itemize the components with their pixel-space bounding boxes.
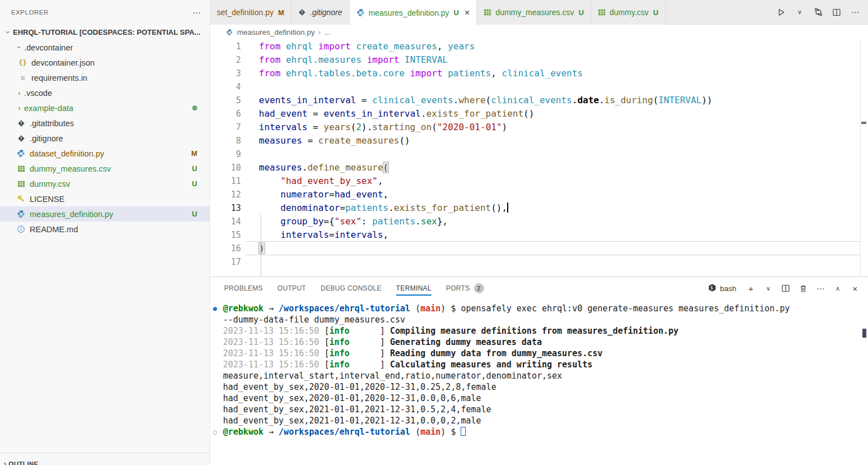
- run-dropdown-button[interactable]: ∨: [795, 9, 805, 15]
- panel-tab-problems[interactable]: PROBLEMS: [224, 277, 263, 300]
- python-icon: [16, 149, 26, 158]
- outline-section[interactable]: › OUTLINE: [0, 453, 210, 465]
- tab-measures-definition-py[interactable]: measures_definition.pyU×: [350, 0, 477, 25]
- explorer-more-actions-icon[interactable]: ⋯: [192, 8, 201, 17]
- panel-tab-output[interactable]: OUTPUT: [277, 277, 306, 300]
- terminal[interactable]: ●@rebkwok → /workspaces/ehrql-tutorial (…: [210, 300, 868, 465]
- sidebar-item-license[interactable]: LICENSE: [0, 191, 210, 206]
- sidebar-item-dummy-measures-csv[interactable]: dummy_measures.csvU: [0, 161, 210, 176]
- csv-icon: [16, 180, 26, 188]
- tab-set-definition-py[interactable]: set_definition.pyM: [210, 0, 291, 25]
- sidebar-item-dataset-definition-py[interactable]: dataset_definition.pyM: [0, 146, 210, 161]
- sidebar-item-devcontainer[interactable]: ›.devcontainer: [0, 40, 210, 55]
- code-line-2: 2from ehrql.measures import INTERVAL: [210, 53, 868, 67]
- terminal-line-5: 2023-11-13 15:16:50 [info ] Reading dumm…: [210, 348, 868, 359]
- more-terminal-actions-button[interactable]: ⋯: [815, 284, 825, 293]
- line-number: 3: [210, 67, 241, 80]
- sidebar-item-ehrql-tutorial-codespaces[interactable]: ›EHRQL-TUTORIAL [CODESPACES: POTENTIAL S…: [0, 25, 210, 40]
- breadcrumb-symbol[interactable]: ...: [324, 28, 330, 36]
- code-line-16: 16): [210, 242, 868, 255]
- close-tab-icon[interactable]: ×: [465, 8, 470, 18]
- chevron-down-icon[interactable]: ›: [4, 27, 12, 37]
- json-braces-icon: {}: [17, 59, 28, 67]
- code-editor[interactable]: 1from ehrql import create_measures, year…: [210, 40, 868, 277]
- indent-guide: [261, 214, 261, 282]
- panel-tab-label: DEBUG CONSOLE: [321, 284, 382, 292]
- file-label: dummy.csv: [30, 179, 70, 188]
- split-editor-button[interactable]: [832, 8, 842, 17]
- tab-dummy-measures-csv[interactable]: dummy_measures.csvU: [477, 0, 591, 25]
- terminal-profile-dropdown-button[interactable]: ∨: [763, 286, 773, 292]
- sidebar-item-vscode[interactable]: ›.vscode: [0, 85, 210, 100]
- git-status-badge: U: [192, 179, 197, 188]
- panel-tab-label: PORTS: [446, 284, 470, 292]
- line-number: 12: [210, 188, 241, 201]
- tab-label: measures_definition.py: [369, 8, 449, 17]
- chevron-right-icon[interactable]: ›: [15, 104, 24, 112]
- explorer-sidebar: EXPLORER ⋯ ›EHRQL-TUTORIAL [CODESPACES: …: [0, 0, 210, 465]
- panel-tab-ports[interactable]: PORTS2: [446, 277, 484, 300]
- code-line-12: 12 numerator=had_event,: [210, 188, 868, 201]
- split-terminal-button[interactable]: [781, 284, 791, 293]
- line-number: 14: [210, 215, 241, 228]
- sidebar-item-measures-definition-py[interactable]: measures_definition.pyU: [0, 206, 210, 222]
- git-status-dot: [192, 105, 197, 111]
- terminal-line-2: --dummy-data-file dummy_measures.csv: [210, 314, 868, 325]
- code-line-10: 10measures.define_measure(: [210, 161, 868, 174]
- terminal-line-1: ●@rebkwok → /workspaces/ehrql-tutorial (…: [210, 303, 868, 314]
- run-button[interactable]: [776, 8, 786, 17]
- tab-label: .gitignore: [310, 8, 342, 17]
- line-number: 4: [210, 80, 241, 94]
- code-line-13: 13 denominator=patients.exists_for_patie…: [210, 201, 868, 215]
- tab-dummy-csv[interactable]: dummy.csvU: [591, 0, 666, 25]
- chevron-right-icon: ›: [3, 459, 6, 465]
- file-label: measures_definition.py: [30, 210, 113, 219]
- code-line-15: 15 intervals=intervals,: [210, 228, 868, 242]
- sidebar-item-requirements-in[interactable]: ≡requirements.in: [0, 70, 210, 85]
- shell-label[interactable]: $ bash: [708, 283, 736, 294]
- overview-ruler-cursor: [861, 122, 866, 124]
- chevron-right-icon[interactable]: ›: [15, 89, 24, 97]
- editor-scrollbar[interactable]: [860, 40, 868, 277]
- terminal-line-11: had_event_by_sex,2021-01-01,2021-12-31,0…: [210, 415, 868, 426]
- sidebar-item-gitignore[interactable]: .gitignore: [0, 131, 210, 146]
- terminal-scrollbar-thumb[interactable]: [862, 329, 866, 338]
- list-lines-icon: ≡: [17, 73, 28, 82]
- kill-terminal-button[interactable]: [798, 284, 808, 293]
- sidebar-item-dummy-csv[interactable]: dummy.csvU: [0, 176, 210, 191]
- open-changes-button[interactable]: [813, 7, 823, 17]
- maximize-panel-button[interactable]: ∧: [833, 286, 843, 292]
- file-label: .devcontainer: [24, 43, 73, 52]
- sidebar-item-example-data[interactable]: ›example-data: [0, 100, 210, 116]
- csv-icon: [484, 8, 491, 16]
- line-number: 13: [210, 201, 241, 215]
- close-panel-button[interactable]: ×: [850, 284, 860, 293]
- line-number: 2: [210, 53, 241, 67]
- tab-bar: set_definition.pyM.gitignoremeasures_def…: [210, 0, 868, 25]
- new-terminal-button[interactable]: +: [746, 284, 756, 293]
- tab-dirty-badge: U: [653, 8, 658, 17]
- breadcrumb[interactable]: measures_definition.py › ...: [210, 25, 868, 40]
- sidebar-item-devcontainer-json[interactable]: {}devcontainer.json: [0, 55, 210, 70]
- file-label: EHRQL-TUTORIAL [CODESPACES: POTENTIAL SP…: [13, 28, 201, 36]
- file-label: devcontainer.json: [31, 58, 95, 67]
- panel-tab-terminal[interactable]: TERMINAL: [396, 277, 431, 300]
- editor-group: set_definition.pyM.gitignoremeasures_def…: [210, 0, 868, 277]
- text-cursor: [507, 202, 508, 213]
- explorer-header: EXPLORER ⋯: [0, 0, 210, 25]
- more-editor-actions-button[interactable]: ⋯: [850, 8, 860, 16]
- panel-tab-debug-console[interactable]: DEBUG CONSOLE: [321, 277, 382, 300]
- breadcrumb-file[interactable]: measures_definition.py: [237, 28, 315, 36]
- tab-dirty-badge: U: [578, 8, 583, 17]
- file-label: dataset_definition.py: [30, 149, 104, 158]
- git-icon: [16, 119, 26, 127]
- line-number: 7: [210, 121, 241, 134]
- sidebar-item-gitattributes[interactable]: .gitattributes: [0, 116, 210, 131]
- file-label: .gitignore: [30, 134, 63, 143]
- sidebar-item-readme-md[interactable]: README.md: [0, 222, 210, 237]
- chevron-down-icon[interactable]: ›: [15, 43, 24, 52]
- line-number: 6: [210, 107, 241, 121]
- tab-gitignore[interactable]: .gitignore: [291, 0, 350, 25]
- git-status-badge: U: [192, 164, 197, 173]
- code-line-14: 14 group_by={"sex": patients.sex},: [210, 215, 868, 228]
